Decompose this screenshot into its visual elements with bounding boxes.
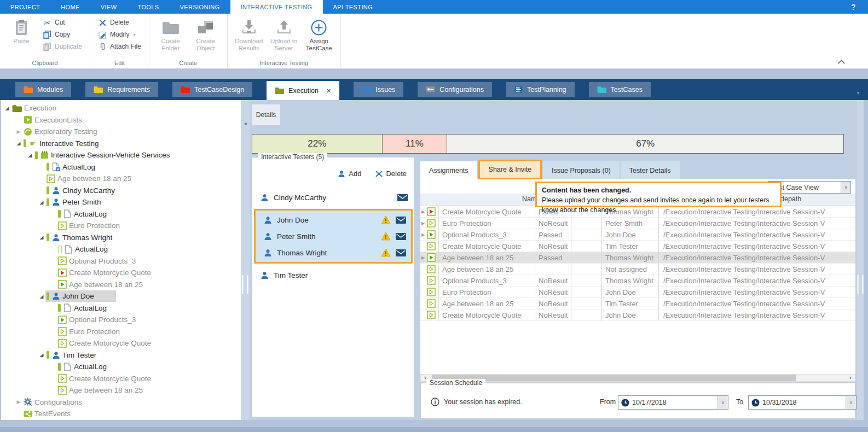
cut-button[interactable]: ✂Cut	[39, 16, 85, 28]
expander-icon[interactable]: ◢	[15, 141, 22, 146]
tree-item-age-between-18-an-25[interactable]: Age between 18 an 25	[1, 173, 241, 185]
tree-item-testevents[interactable]: TestEvents	[1, 408, 241, 420]
table-row-create-motorcycle-quote[interactable]: Create Motorcycle Quote NoResult Tim Tes…	[420, 241, 855, 252]
envelope-icon[interactable]	[396, 233, 406, 240]
create-folder-button[interactable]: Create Folder	[154, 16, 188, 54]
horizontal-scrollbar[interactable]: ‹ ›	[420, 374, 855, 382]
tree-item-create-motorcycle-quote[interactable]: Create Motorcycle Quote	[1, 373, 241, 385]
envelope-icon[interactable]	[396, 249, 406, 256]
tree-item-actuallog[interactable]: ActualLog	[1, 243, 241, 255]
tab-testcasedesign[interactable]: TestCaseDesign	[172, 82, 252, 97]
expander-icon[interactable]: ▶	[15, 399, 22, 405]
to-date-picker[interactable]: 10/31/2018 ∨	[748, 395, 857, 410]
table-row-age-between-18-an-25[interactable]: ▶ Age between 18 an 25 Passed Thomas Wri…	[420, 252, 855, 264]
table-row-optional-products-3[interactable]: ▶ Optional Products_3 Passed John Doe /E…	[420, 229, 855, 241]
collapse-ribbon-icon[interactable]	[839, 59, 844, 64]
tabstrip-overflow-icon[interactable]: ▼	[856, 87, 860, 97]
envelope-icon[interactable]	[397, 194, 408, 201]
row-expander-icon[interactable]: ▶	[421, 232, 426, 237]
expander-icon[interactable]: ◢	[38, 352, 45, 358]
envelope-icon[interactable]	[396, 217, 406, 224]
table-row-optional-products-3[interactable]: Optional Products_3 NoResult Thomas Wrig…	[420, 275, 855, 287]
copy-button[interactable]: Copy	[39, 28, 85, 40]
tab-issues[interactable]: Issues	[354, 82, 403, 97]
tree-item-create-motorcycle-quote[interactable]: Create Motorcycle Quote	[1, 267, 241, 279]
tree-splitter[interactable]: ◂	[241, 100, 250, 420]
from-date-picker[interactable]: 10/17/2018 ∨	[618, 395, 728, 410]
tree-item-tim-tester[interactable]: ◢ Tim Tester	[1, 349, 241, 361]
tree-item-euro-protection[interactable]: Euro Protection	[1, 220, 241, 232]
menu-view[interactable]: VIEW	[90, 0, 128, 14]
tree-item-exploratory-testing[interactable]: ▶ Exploratory Testing	[1, 126, 241, 138]
tree-item-actuallog[interactable]: ActualLog	[1, 208, 241, 220]
table-row-age-between-18-an-25[interactable]: Age between 18 an 25 NoResult Tim Tester…	[420, 298, 855, 310]
tree-item-optional-products-3[interactable]: Optional Products_3	[1, 255, 241, 267]
expander-icon[interactable]: ▶	[15, 129, 22, 135]
tree-item-executionlists[interactable]: ExecutionLists	[1, 114, 241, 126]
tab-testcases[interactable]: TestCases	[589, 82, 651, 97]
attach-file-button[interactable]: Attach File	[95, 40, 144, 52]
modify-button[interactable]: Modify▾	[95, 28, 144, 40]
menu-tools[interactable]: TOOLS	[127, 0, 169, 14]
table-row-create-motorcycle-quote[interactable]: Create Motorcycle Quote NoResult John Do…	[420, 310, 855, 321]
help-button[interactable]: ?	[839, 0, 868, 14]
tab-tester-details[interactable]: Tester Details	[621, 161, 680, 179]
menu-versioning[interactable]: VERSIONING	[170, 0, 230, 14]
table-row-euro-protection[interactable]: ▶ Euro Protection NoResult Peter Smith /…	[420, 218, 855, 229]
tab-share-invite[interactable]: Share & Invite	[478, 160, 542, 179]
tab-testplanning[interactable]: TestPlanning	[506, 82, 575, 97]
row-expander-icon[interactable]: ▶	[421, 255, 426, 260]
splitter-grip[interactable]	[242, 275, 248, 294]
chevron-down-icon[interactable]: ∨	[841, 182, 850, 193]
tree-item-actuallog[interactable]: ActualLog	[1, 302, 241, 314]
menu-home[interactable]: HOME	[50, 0, 90, 14]
table-row-euro-protection[interactable]: Euro Protection NoResult John Doe /Execu…	[420, 287, 855, 298]
row-expander-icon[interactable]: ▶	[421, 221, 426, 226]
tree-item-age-between-18-an-25[interactable]: Age between 18 an 25	[1, 279, 241, 291]
scroll-right-icon[interactable]: ›	[846, 375, 855, 381]
tester-row-john-doe[interactable]: John Doe	[256, 212, 411, 228]
tree-item-interactive-testing[interactable]: ◢ ☛ Interactive Testing	[1, 138, 241, 150]
tree-item-create-motorcycle-quote[interactable]: Create Motorcycle Quote	[1, 337, 241, 349]
delete-button[interactable]: Delete	[95, 16, 144, 28]
tester-row-tim-tester[interactable]: Tim Tester	[252, 267, 414, 283]
tab-modules[interactable]: Modules	[15, 82, 71, 97]
duplicate-button[interactable]: Duplicate	[39, 40, 85, 52]
tab-requirements[interactable]: Requirements	[85, 82, 158, 97]
menu-interactive-testing[interactable]: INTERACTIVE TESTING	[230, 0, 323, 14]
download-results-button[interactable]: Download Results	[232, 16, 266, 54]
create-object-button[interactable]: Create Object	[189, 16, 223, 54]
tester-row-thomas-wright[interactable]: Thomas Wright	[256, 244, 411, 261]
tree-item-actuallog[interactable]: ActualLog	[1, 161, 241, 173]
tree-item-interactive-session-vehicle-services[interactable]: ◢ Interactive Session-Vehicle Services	[1, 149, 241, 161]
assign-testcase-button[interactable]: Assign TestCase	[302, 16, 336, 54]
menu-project[interactable]: PROJECT	[0, 0, 50, 14]
expander-icon[interactable]: ◢	[26, 153, 34, 158]
paste-button[interactable]: Paste	[4, 16, 38, 47]
menu-api-testing[interactable]: API TESTING	[323, 0, 384, 14]
expander-icon[interactable]: ◢	[38, 235, 45, 240]
row-expander-icon[interactable]: ▶	[421, 209, 426, 214]
tree-item-john-doe[interactable]: ◢ John Doe	[1, 290, 241, 302]
details-tab[interactable]: Details	[252, 104, 280, 125]
expander-icon[interactable]: ◢	[38, 200, 45, 205]
tree-item-euro-protection[interactable]: Euro Protection	[1, 326, 241, 338]
tree-item-age-between-18-an-25[interactable]: Age between 18 an 25	[1, 384, 241, 396]
tree-item-cindy-mccarthy[interactable]: Cindy McCarthy	[1, 185, 241, 197]
expander-icon[interactable]: ◢	[38, 294, 45, 299]
tree-item-peter-smith[interactable]: ◢ Peter Smith	[1, 196, 241, 208]
tree-item-optional-products-3[interactable]: Optional Products_3	[1, 314, 241, 326]
tab-issue-proposals-0-[interactable]: Issue Proposals (0)	[543, 161, 620, 179]
table-row-age-between-18-an-25[interactable]: Age between 18 an 25 Not assigned /Execu…	[420, 264, 855, 275]
tree-item-thomas-wright[interactable]: ◢ Thomas Wright	[1, 232, 241, 244]
delete-tester-button[interactable]: Delete	[375, 170, 407, 178]
chevron-down-icon[interactable]: ▾	[133, 32, 135, 37]
right-splitter[interactable]	[857, 100, 864, 420]
scrollbar-thumb[interactable]	[432, 375, 796, 381]
tree-item-actuallog[interactable]: ActualLog	[1, 361, 241, 373]
splitter-grip[interactable]	[858, 275, 864, 294]
tester-row-cindy-mccarthy[interactable]: Cindy McCarthy	[252, 189, 414, 206]
tree-item-execution[interactable]: ◢ Execution	[1, 102, 241, 114]
expander-icon[interactable]: ◢	[3, 106, 11, 111]
chevron-down-icon[interactable]: ∨	[717, 396, 728, 409]
